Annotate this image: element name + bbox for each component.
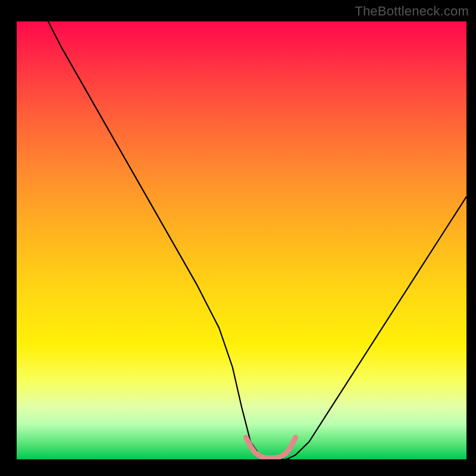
- watermark-text: TheBottleneck.com: [355, 4, 469, 19]
- background-gradient: [17, 21, 466, 459]
- chart-frame: TheBottleneck.com: [0, 0, 476, 476]
- plot-area: [17, 21, 466, 459]
